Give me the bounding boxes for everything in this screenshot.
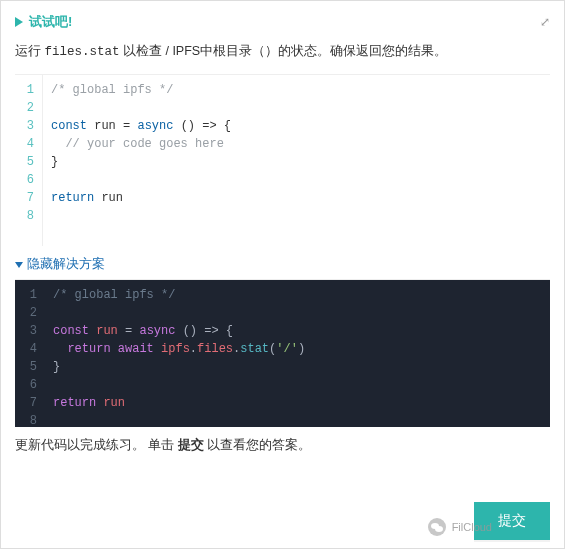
chevron-down-icon [15, 262, 23, 268]
instruction-code: files.stat [44, 45, 119, 59]
editor-content[interactable]: /* global ipfs */ const run = async () =… [43, 75, 550, 246]
submit-button[interactable]: 提交 [474, 502, 550, 540]
header-left: 试试吧! [15, 13, 72, 31]
card-title: 试试吧! [29, 13, 72, 31]
exercise-card: 试试吧! ⤢ 运行 files.stat 以检查 / IPFS中根目录（）的状态… [0, 0, 565, 549]
play-icon [15, 17, 23, 27]
solution-content: /* global ipfs */ const run = async () =… [45, 280, 550, 427]
footer-instruction: 更新代码以完成练习。 单击 提交 以查看您的答案。 [15, 437, 550, 454]
instruction-pre: 运行 [15, 44, 44, 58]
instruction-text: 运行 files.stat 以检查 / IPFS中根目录（）的状态。确保返回您的… [15, 41, 550, 62]
editor-gutter: 1 2 3 4 5 6 7 8 [15, 75, 43, 246]
wechat-icon [428, 518, 446, 536]
user-code-editor[interactable]: 1 2 3 4 5 6 7 8 /* global ipfs */ const … [15, 74, 550, 246]
toggle-solution-label: 隐藏解决方案 [27, 256, 105, 273]
expand-icon[interactable]: ⤢ [540, 15, 550, 29]
instruction-mid: 以检查 / IPFS中根目录（）的状态。确保返回您的结果。 [120, 44, 448, 58]
toggle-solution-link[interactable]: 隐藏解决方案 [15, 256, 550, 273]
submit-label: 提交 [498, 512, 526, 528]
footer-text-a: 更新代码以完成练习。 单击 [15, 438, 178, 452]
footer-text-c: 以查看您的答案。 [204, 438, 311, 452]
solution-gutter: 1 2 3 4 5 6 7 8 [15, 280, 45, 427]
footer-text-b: 提交 [178, 438, 204, 452]
card-header: 试试吧! ⤢ [15, 13, 550, 31]
solution-code-viewer: 1 2 3 4 5 6 7 8 /* global ipfs */ const … [15, 279, 550, 427]
